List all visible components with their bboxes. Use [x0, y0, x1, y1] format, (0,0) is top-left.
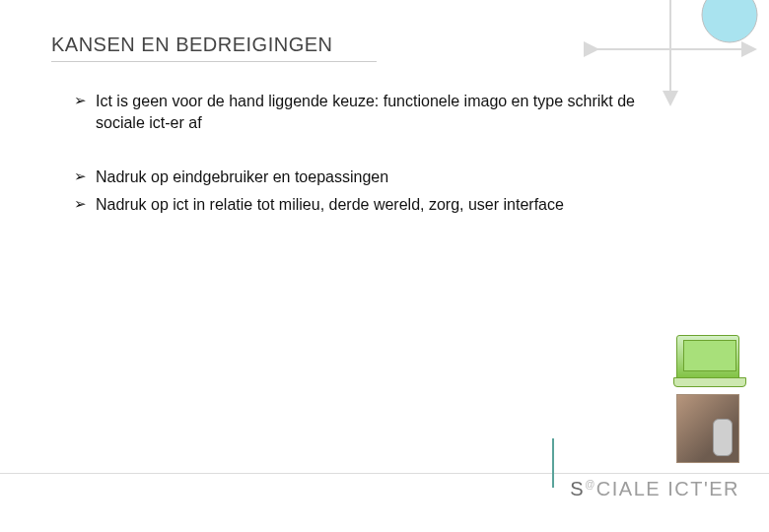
bullet-gap: [74, 139, 656, 166]
bullet-item: ➢ Ict is geen voor de hand liggende keuz…: [74, 91, 656, 133]
bullet-text: Nadruk op eindgebruiker en toepassingen: [96, 166, 656, 188]
footer-vertical-accent: [552, 438, 554, 488]
title-underline: [51, 61, 377, 62]
footer-logo: S@CIALE ICT'ER: [570, 478, 739, 500]
bullet-text: Nadruk op ict in relatie tot milieu, der…: [96, 194, 656, 216]
bullet-arrow-icon: ➢: [74, 194, 96, 214]
bullet-arrow-icon: ➢: [74, 91, 96, 110]
svg-point-2: [702, 0, 757, 42]
laptop-image: [676, 335, 739, 382]
exoskeleton-image: [676, 394, 739, 463]
logo-part-s: S: [570, 478, 585, 499]
bullet-item: ➢ Nadruk op ict in relatie tot milieu, d…: [74, 194, 656, 216]
bullet-text: Ict is geen voor de hand liggende keuze:…: [96, 91, 656, 133]
bullet-arrow-icon: ➢: [74, 166, 96, 186]
footer-divider: [0, 473, 769, 474]
logo-at-icon: @: [585, 479, 596, 490]
bullet-item: ➢ Nadruk op eindgebruiker en toepassinge…: [74, 166, 656, 188]
logo-part-rest: CIALE ICT'ER: [596, 478, 739, 499]
slide-title: KANSEN EN BEDREIGINGEN: [51, 33, 333, 56]
bullet-list: ➢ Ict is geen voor de hand liggende keuz…: [74, 91, 656, 221]
